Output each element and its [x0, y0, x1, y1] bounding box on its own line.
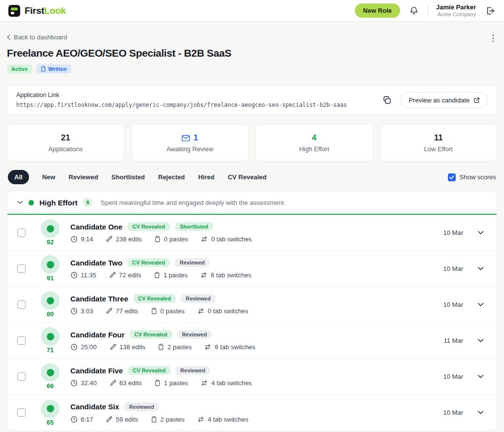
- status-tabs: All New Reviewed Shortlisted Rejected Hi…: [8, 170, 448, 184]
- stat-label: Awaiting Review: [166, 145, 213, 153]
- candidate-row[interactable]: 80 Candidate Three CV Revealed Reviewed: [7, 287, 497, 323]
- row-checkbox[interactable]: [17, 229, 26, 237]
- copy-link-button[interactable]: [381, 94, 393, 106]
- time-spent: 3:03: [81, 307, 93, 315]
- edit-pencil-icon: [109, 343, 117, 351]
- pastes-count: 2 pastes: [160, 416, 185, 423]
- candidate-list-card: High Effort 6 Spent meaningful time and …: [7, 191, 497, 431]
- row-checkbox[interactable]: [17, 372, 26, 381]
- stat-label: High Effort: [299, 145, 329, 153]
- stat-value: 4: [312, 133, 316, 143]
- expand-row-button[interactable]: [476, 301, 485, 308]
- filter-tab[interactable]: Hired: [198, 173, 214, 181]
- filter-bar: All New Reviewed Shortlisted Rejected Hi…: [7, 170, 497, 184]
- candidate-status-badge: Reviewed: [181, 294, 216, 303]
- candidate-name: Candidate Four: [70, 331, 125, 339]
- logout-button[interactable]: [484, 5, 496, 17]
- candidate-status-badge: Reviewed: [175, 366, 210, 375]
- app-logo[interactable]: FirstLook: [8, 4, 66, 17]
- row-checkbox[interactable]: [17, 408, 26, 417]
- firstlook-logo-icon: [8, 4, 21, 17]
- row-checkbox[interactable]: [17, 300, 26, 309]
- preview-as-candidate-button[interactable]: Preview as candidate: [401, 92, 488, 108]
- tab-switches-count: 4 tab switches: [208, 416, 248, 423]
- candidate-name: Candidate One: [70, 223, 123, 231]
- stat-card: 1 Awaiting Review: [131, 124, 249, 162]
- pastes-count: 2 pastes: [167, 343, 191, 351]
- chevron-down-icon: [477, 302, 484, 307]
- clipboard-icon: [154, 235, 161, 243]
- candidate-score: 66: [47, 382, 54, 390]
- application-date: 10 Mar: [443, 373, 463, 380]
- tab-switches-count: 4 tab switches: [211, 379, 252, 387]
- effort-indicator-icon: [41, 219, 60, 238]
- row-checkbox[interactable]: [17, 265, 26, 273]
- candidate-row[interactable]: 92 Candidate One CV Revealed Shortlisted: [7, 215, 497, 251]
- expand-row-button[interactable]: [476, 409, 485, 416]
- chevron-down-icon: [17, 200, 23, 204]
- envelope-icon: [182, 135, 190, 141]
- filter-tab[interactable]: CV Revealed: [228, 173, 267, 181]
- stat-value: 1: [193, 133, 198, 143]
- tab-switches-count: 6 tab switches: [215, 343, 255, 351]
- notifications-bell-button[interactable]: [408, 5, 420, 17]
- expand-row-button[interactable]: [476, 373, 485, 380]
- brand-look: Look: [44, 5, 66, 16]
- section-title: High Effort: [39, 199, 77, 207]
- stat-card: 4 High Effort: [255, 124, 373, 162]
- collapse-section-button[interactable]: [17, 200, 23, 204]
- clock-icon: [70, 271, 78, 279]
- candidate-name: Candidate Three: [70, 295, 128, 303]
- show-scores-checkbox[interactable]: [448, 173, 456, 181]
- clipboard-icon: [154, 271, 160, 279]
- candidate-status-badge: CV Revealed: [127, 258, 170, 267]
- expand-row-button[interactable]: [476, 337, 485, 344]
- row-checkbox[interactable]: [17, 336, 26, 345]
- expand-row-button[interactable]: [476, 230, 485, 236]
- time-spent: 9:14: [81, 235, 93, 243]
- candidate-score: 91: [47, 274, 54, 282]
- preview-label: Preview as candidate: [409, 97, 470, 104]
- edit-pencil-icon: [105, 416, 113, 423]
- new-role-button[interactable]: New Role: [355, 3, 401, 18]
- effort-indicator-icon: [41, 255, 60, 274]
- edits-count: 59 edits: [116, 416, 138, 423]
- edits-count: 138 edits: [120, 343, 146, 351]
- time-spent: 6:17: [81, 416, 93, 423]
- back-label: Back to dashboard: [14, 33, 67, 41]
- filter-tab[interactable]: Rejected: [158, 173, 185, 181]
- candidate-row[interactable]: 66 Candidate Five CV Revealed Reviewed: [7, 359, 497, 395]
- external-link-icon: [473, 97, 480, 103]
- chevron-down-icon: [477, 410, 484, 415]
- user-name: Jamie Parker: [436, 3, 476, 11]
- high-effort-section-header[interactable]: High Effort 6 Spent meaningful time and …: [7, 191, 497, 215]
- candidate-status-badge: CV Revealed: [127, 222, 170, 231]
- candidate-status-badge: Reviewed: [177, 330, 212, 339]
- show-scores-toggle[interactable]: Show scores: [448, 173, 496, 181]
- edits-count: 77 edits: [116, 307, 138, 315]
- filter-tab[interactable]: Reviewed: [68, 173, 98, 181]
- candidate-row[interactable]: 71 Candidate Four CV Revealed Reviewed: [7, 323, 497, 359]
- bell-icon: [409, 6, 419, 16]
- effort-indicator-icon: [41, 327, 60, 346]
- tab-switches-count: 0 tab switches: [211, 235, 252, 243]
- clock-icon: [70, 307, 78, 315]
- header-divider: [428, 4, 428, 18]
- candidate-row[interactable]: 65 Candidate Six Reviewed: [7, 395, 497, 431]
- tab-switches-count: 0 tab switches: [208, 307, 248, 315]
- copy-icon: [382, 96, 392, 105]
- application-link-label: Application Link: [16, 92, 347, 99]
- filter-tab[interactable]: Shortlisted: [111, 173, 145, 181]
- candidate-status-badge: CV Revealed: [128, 366, 171, 375]
- more-options-button[interactable]: [489, 33, 497, 43]
- edit-pencil-icon: [105, 307, 113, 315]
- application-date: 11 Mar: [444, 337, 464, 344]
- candidate-row[interactable]: 91 Candidate Two CV Revealed Reviewed: [7, 251, 497, 287]
- clipboard-icon: [151, 416, 158, 423]
- back-to-dashboard-link[interactable]: Back to dashboard: [7, 33, 67, 41]
- filter-tab[interactable]: New: [42, 173, 56, 181]
- filter-tab[interactable]: All: [8, 170, 29, 184]
- application-date: 10 Mar: [443, 301, 463, 308]
- effort-indicator-icon: [41, 363, 60, 382]
- expand-row-button[interactable]: [476, 266, 485, 272]
